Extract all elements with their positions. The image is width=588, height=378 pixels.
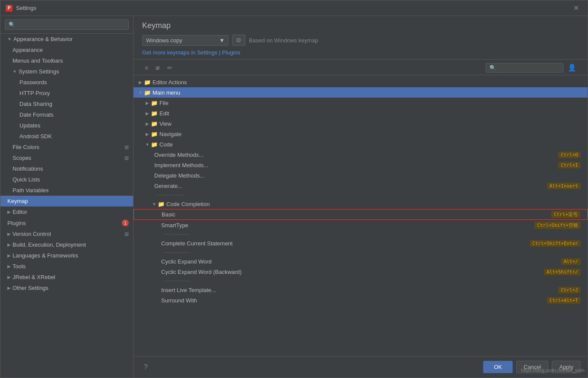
shortcut-badge: Alt+Shift+/ (544, 269, 581, 275)
tree-item-surround-with[interactable]: Surround With Ctrl+Alt+T (133, 295, 588, 305)
tree-item-complete-current[interactable]: Complete Current Statement Ctrl+Shift+En… (133, 238, 588, 248)
sidebar-item-scopes[interactable]: Scopes ⊞ (0, 152, 133, 163)
sidebar-item-plugins[interactable]: Plugins 1 (0, 217, 133, 229)
sidebar-item-quick-lists[interactable]: Quick Lists (0, 174, 133, 185)
sidebar-item-languages-frameworks[interactable]: ▶ Languages & Frameworks (0, 250, 133, 261)
search-input[interactable] (486, 63, 563, 73)
expand-all-button[interactable]: ≢ (153, 63, 163, 73)
shortcut-badge: Ctrl+逗号 (551, 211, 580, 218)
close-button[interactable]: ✕ (570, 2, 582, 14)
chevron-down-icon: ▼ (219, 37, 225, 44)
sidebar-item-passwords[interactable]: Passwords (0, 77, 133, 88)
keymap-dropdown[interactable]: Windows copy ▼ (142, 35, 229, 46)
sidebar-item-label: Plugins (7, 220, 26, 226)
edit-button[interactable]: ✏ (165, 63, 175, 73)
tree-item-override-methods[interactable]: Override Methods... Ctrl+O (133, 149, 588, 160)
page-title: Keymap (142, 21, 579, 30)
sidebar-item-build-execution[interactable]: ▶ Build, Execution, Deployment (0, 239, 133, 250)
tree-item-view[interactable]: ▶ 📁 View (133, 118, 588, 129)
tree-item-label: Surround With (161, 297, 547, 304)
toolbar-search: 👤 (486, 62, 579, 73)
sidebar-item-jrebel[interactable]: ▶ JRebel & XRebel (0, 272, 133, 283)
sidebar-item-path-variables[interactable]: Path Variables (0, 185, 133, 196)
separator: ------------ (133, 277, 588, 285)
sidebar-item-date-formats[interactable]: Date Formats (0, 109, 133, 120)
tree-item-label: SmartType (161, 222, 534, 229)
sidebar-item-appearance-behavior[interactable]: ▼ Appearance & Behavior (0, 34, 133, 44)
toolbar-left: ≡ ≢ ✏ (142, 63, 175, 73)
sidebar-item-updates[interactable]: Updates (0, 120, 133, 131)
gear-button[interactable]: ⚙ (232, 35, 245, 46)
tree-item-file[interactable]: ▶ 📁 File (133, 98, 588, 108)
sidebar-item-label: Updates (19, 122, 40, 129)
tree-item-label: Generate... (154, 183, 547, 189)
copy-icon: ⊞ (124, 144, 129, 150)
tree-item-cyclic-expand[interactable]: Cyclic Expand Word Alt+/ (133, 256, 588, 267)
sidebar-item-http-proxy[interactable]: HTTP Proxy (0, 88, 133, 98)
tree-item-label: View (159, 121, 584, 127)
shortcut-badge: Ctrl+I (558, 162, 581, 168)
help-button[interactable]: ? (140, 362, 151, 372)
sidebar-item-label: Editor (13, 209, 27, 215)
sidebar-item-label: Keymap (7, 198, 28, 204)
sidebar-item-file-colors[interactable]: File Colors ⊞ (0, 142, 133, 152)
sidebar-item-other-settings[interactable]: ▶ Other Settings (0, 283, 133, 293)
sidebar-item-label: Languages & Frameworks (13, 252, 78, 259)
tree-item-generate[interactable]: Generate... Alt+Insert (133, 181, 588, 191)
sidebar-item-data-sharing[interactable]: Data Sharing (0, 98, 133, 109)
tree-item-edit[interactable]: ▶ 📁 Edit (133, 108, 588, 118)
arrow-icon: ▶ (7, 210, 11, 214)
sidebar-item-appearance[interactable]: Appearance (0, 44, 133, 55)
tree-item-cyclic-expand-backward[interactable]: Cyclic Expand Word (Backward) Alt+Shift+… (133, 267, 588, 277)
keymap-controls: Windows copy ▼ ⚙ Based on Windows keymap (142, 35, 579, 46)
collapse-all-button[interactable]: ≡ (142, 63, 151, 73)
shortcut-badge: Ctrl+Shift+空格 (534, 222, 581, 229)
expand-arrow-icon: ▼ (144, 141, 151, 148)
tree-item-main-menu[interactable]: ▼ 📁 Main menu (133, 87, 588, 98)
get-more-link[interactable]: Get more keymaps in Settings | Plugins (142, 49, 240, 56)
folder-icon: 📁 (158, 200, 165, 207)
sidebar: ▼ Appearance & Behavior Appearance Menus… (0, 16, 133, 378)
tree-item-label: Basic (162, 211, 551, 218)
sidebar-item-label: Android SDK (19, 133, 52, 140)
main-header: Keymap Windows copy ▼ ⚙ Based on Windows… (133, 16, 588, 60)
sidebar-item-android-sdk[interactable]: Android SDK (0, 131, 133, 142)
tree-item-navigate[interactable]: ▶ 📁 Navigate (133, 129, 588, 139)
person-button[interactable]: 👤 (565, 62, 579, 73)
tree-item-basic[interactable]: Basic Ctrl+逗号 (133, 209, 588, 220)
tree-item-implement-methods[interactable]: Implement Methods... Ctrl+I (133, 160, 588, 170)
sidebar-search-container (0, 16, 133, 34)
folder-icon: 📁 (151, 99, 158, 106)
sidebar-item-menus-toolbars[interactable]: Menus and Toolbars (0, 55, 133, 66)
tree-item-label: Cyclic Expand Word (Backward) (161, 269, 544, 275)
sidebar-item-system-settings[interactable]: ▼ System Settings (0, 66, 133, 77)
arrow-icon: ▶ (7, 242, 11, 247)
tree-item-smarttype[interactable]: SmartType Ctrl+Shift+空格 (133, 220, 588, 230)
sidebar-item-editor[interactable]: ▶ Editor (0, 206, 133, 217)
sidebar-search-input[interactable] (5, 19, 129, 30)
tree-item-label: Insert Live Template... (161, 287, 558, 293)
shortcut-badge: Alt+Insert (547, 183, 581, 189)
sidebar-item-version-control[interactable]: ▶ Version Control ⊞ (0, 229, 133, 239)
apply-button[interactable]: Apply (552, 361, 581, 373)
expand-arrow-icon: ▶ (144, 130, 151, 137)
keymap-dropdown-label: Windows copy (146, 37, 182, 44)
sidebar-item-label: Date Formats (19, 111, 54, 118)
tree-area: ▶ 📁 Editor Actions ▼ 📁 Main menu ▶ 📁 Fi (133, 75, 588, 356)
tree-item-code[interactable]: ▼ 📁 Code (133, 139, 588, 149)
sidebar-item-keymap[interactable]: Keymap (0, 196, 133, 206)
title-bar: P Settings ✕ (0, 0, 588, 16)
tree-item-label: Code (159, 141, 584, 148)
sidebar-item-tools[interactable]: ▶ Tools (0, 261, 133, 272)
tree-item-insert-live-template[interactable]: Insert Live Template... Ctrl+J (133, 285, 588, 295)
tree-item-code-completion[interactable]: ▼ 📁 Code Completion (133, 199, 588, 209)
shortcut-badge: Alt+/ (561, 258, 581, 265)
tree-item-label: Edit (159, 110, 584, 117)
sidebar-item-label: Tools (13, 263, 25, 270)
tree-item-delegate-methods[interactable]: Delegate Methods... (133, 170, 588, 181)
cancel-button[interactable]: Cancel (516, 361, 548, 373)
tree-item-editor-actions[interactable]: ▶ 📁 Editor Actions (133, 77, 588, 87)
tree-item-label: Delegate Methods... (154, 172, 584, 179)
ok-button[interactable]: OK (483, 361, 513, 373)
sidebar-item-notifications[interactable]: Notifications (0, 163, 133, 174)
